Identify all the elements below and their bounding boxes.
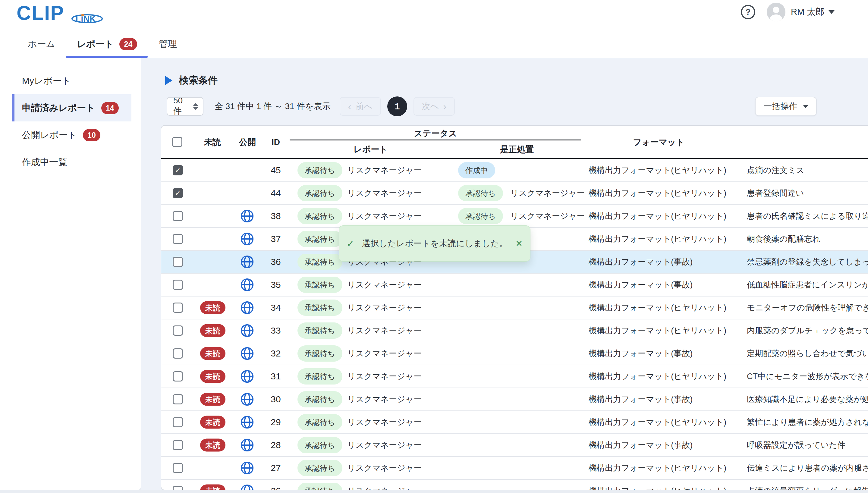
- nav-tab[interactable]: ホーム: [28, 30, 55, 58]
- corrective-status-owner: リスクマネージャー: [510, 188, 585, 198]
- row-checkbox[interactable]: [173, 188, 183, 198]
- prev-page-button[interactable]: ‹ 前へ: [340, 97, 381, 116]
- row-checkbox[interactable]: [173, 280, 183, 290]
- row-checkbox[interactable]: [173, 486, 183, 490]
- format-text: 機構出力フォーマット(ヒヤリハット): [589, 234, 726, 244]
- table-row[interactable]: 未読 28 承認待ち リスクマネージャー 機構出力フォーマット(事故) 呼吸器設…: [161, 434, 868, 457]
- col-status-corrective: 是正処置: [500, 144, 534, 155]
- table-row[interactable]: 未読 34 承認待ち リスクマネージャー 機構出力フォーマット(ヒヤリハット) …: [161, 297, 868, 319]
- help-icon[interactable]: ?: [741, 5, 755, 19]
- row-checkbox[interactable]: [173, 234, 183, 244]
- prev-label: 前へ: [356, 101, 373, 112]
- toast-close-icon[interactable]: ✕: [515, 239, 522, 249]
- report-id: 38: [265, 211, 286, 221]
- report-status-owner: リスクマネージャー: [347, 211, 421, 221]
- report-status-pill: 承認待ち: [298, 391, 342, 407]
- sidebar-item[interactable]: 作成中一覧: [12, 149, 131, 176]
- row-checkbox[interactable]: [173, 257, 183, 267]
- report-title[interactable]: 患者の氏名確認ミスによる取り違え: [747, 211, 868, 221]
- nav-tab-badge: 24: [120, 38, 137, 50]
- report-title[interactable]: CT中にモニター波形が表示できない: [747, 371, 868, 382]
- report-status-pill: 承認待ち: [298, 231, 342, 247]
- page-size-select[interactable]: 50 件: [167, 97, 203, 116]
- search-conditions-toggle[interactable]: 検索条件: [165, 74, 218, 87]
- report-title[interactable]: 医療知識不足により必要な薬が処方され: [747, 394, 868, 405]
- sidebar-item[interactable]: 申請済みレポート 14: [12, 94, 131, 122]
- table-row[interactable]: 35 承認待ち リスクマネージャー 機構出力フォーマット(事故) 低血糖性脳症患…: [161, 274, 868, 297]
- report-id: 27: [265, 463, 286, 473]
- row-checkbox[interactable]: [173, 303, 183, 313]
- user-menu[interactable]: RM 太郎: [791, 0, 834, 24]
- table-row[interactable]: 未読 29 承認待ち リスクマネージャー 機構出力フォーマット(ヒヤリハット) …: [161, 411, 868, 434]
- row-checkbox[interactable]: [173, 394, 183, 404]
- table-row[interactable]: 44 承認待ち リスクマネージャー 承認待ち リスクマネージャー 機構出力フォー…: [161, 182, 868, 205]
- row-checkbox[interactable]: [173, 348, 183, 359]
- report-status-pill: 承認待ち: [298, 322, 342, 339]
- report-title[interactable]: モニターオフの危険性を理解できず: [747, 302, 868, 313]
- table-row[interactable]: 未読 26 承認待ち リスクマネージャー 機構出力フォーマット(ヒヤリハット) …: [161, 480, 868, 490]
- row-checkbox[interactable]: [173, 165, 183, 175]
- report-title[interactable]: 点滴の注文ミス: [747, 165, 804, 176]
- row-checkbox[interactable]: [173, 417, 183, 427]
- main-content: 検索条件 50 件 全 31 件中 1 件 ～ 31 件を表示 ‹ 前へ 1 次…: [142, 58, 868, 490]
- report-title[interactable]: 低血糖性脳症患者にインスリンが投与され: [747, 279, 868, 290]
- public-globe-icon: [240, 484, 254, 490]
- unread-badge: 未読: [200, 393, 225, 406]
- report-title[interactable]: 点滴の流量変更をリーダーに報告しなかった: [747, 486, 868, 490]
- select-all-checkbox[interactable]: [172, 137, 182, 147]
- nav-tab[interactable]: レポート 24: [77, 30, 137, 58]
- table-row[interactable]: 45 承認待ち リスクマネージャー 作成中 機構出力フォーマット(ヒヤリハット)…: [161, 159, 868, 182]
- chevron-right-icon: ›: [443, 102, 447, 111]
- report-status-pill: 承認待ち: [298, 414, 342, 430]
- unread-badge: 未読: [200, 347, 225, 360]
- col-id: ID: [272, 137, 280, 147]
- status-group-divider: [290, 140, 581, 141]
- table-row[interactable]: 38 承認待ち リスクマネージャー 承認待ち リスクマネージャー 機構出力フォー…: [161, 205, 868, 228]
- report-id: 45: [265, 165, 286, 175]
- report-title[interactable]: 患者登録間違い: [747, 188, 804, 198]
- current-page-indicator[interactable]: 1: [387, 97, 407, 116]
- sidebar-item[interactable]: 公開レポート 10: [12, 122, 131, 149]
- row-checkbox[interactable]: [173, 211, 183, 221]
- col-public: 公開: [239, 136, 256, 148]
- report-status-owner: リスクマネージャー: [347, 440, 421, 451]
- report-title[interactable]: 禁忌薬剤の登録を失念してしまった: [747, 256, 868, 267]
- next-page-button[interactable]: 次へ ›: [413, 97, 455, 116]
- report-id: 33: [265, 325, 286, 336]
- report-title[interactable]: 繁忙により患者に薬が処方されなかった: [747, 417, 868, 428]
- report-status-pill: 承認待ち: [298, 162, 342, 178]
- table-row[interactable]: 未読 33 承認待ち リスクマネージャー 機構出力フォーマット(ヒヤリハット) …: [161, 319, 868, 342]
- table-row[interactable]: 未読 31 承認待ち リスクマネージャー 機構出力フォーマット(ヒヤリハット) …: [161, 365, 868, 388]
- check-icon: ✓: [347, 238, 354, 249]
- public-globe-icon: [240, 255, 254, 269]
- report-status-owner: リスクマネージャー: [347, 417, 421, 428]
- report-title[interactable]: 伝達ミスにより患者の薬が内服されなかった: [747, 463, 868, 473]
- public-globe-icon: [240, 278, 254, 292]
- nav-tab[interactable]: 管理: [159, 30, 177, 58]
- row-checkbox[interactable]: [173, 440, 183, 450]
- next-label: 次へ: [422, 101, 439, 112]
- public-globe-icon: [240, 438, 254, 452]
- unread-badge: 未読: [200, 485, 225, 490]
- format-text: 機構出力フォーマット(ヒヤリハット): [589, 302, 726, 313]
- table-row[interactable]: 未読 32 承認待ち リスクマネージャー 機構出力フォーマット(事故) 定期配薬…: [161, 342, 868, 365]
- row-checkbox[interactable]: [173, 371, 183, 382]
- row-checkbox[interactable]: [173, 463, 183, 473]
- report-title[interactable]: 呼吸器設定が誤っていた件: [747, 440, 845, 451]
- avatar[interactable]: [767, 3, 785, 21]
- format-text: 機構出力フォーマット(ヒヤリハット): [589, 165, 726, 176]
- bulk-action-button[interactable]: 一括操作: [755, 97, 817, 116]
- report-status-owner: リスクマネージャー: [347, 279, 421, 290]
- chevron-left-icon: ‹: [348, 102, 351, 111]
- report-title[interactable]: 定期配薬の照らし合わせで気づいた: [747, 348, 868, 359]
- person-icon: [767, 3, 785, 21]
- sidebar-item[interactable]: Myレポート: [12, 67, 131, 94]
- table-row[interactable]: 未読 30 承認待ち リスクマネージャー 機構出力フォーマット(事故) 医療知識…: [161, 388, 868, 411]
- sidebar-item-label: 申請済みレポート: [22, 102, 95, 114]
- table-row[interactable]: 27 承認待ち リスクマネージャー 機構出力フォーマット(ヒヤリハット) 伝達ミ…: [161, 457, 868, 480]
- sidebar-list: Myレポート 申請済みレポート 14 公開レポート 10 作成中一覧: [0, 58, 141, 176]
- row-checkbox[interactable]: [173, 325, 183, 336]
- report-title[interactable]: 朝食後薬の配膳忘れ: [747, 234, 820, 244]
- report-title[interactable]: 内服薬のダブルチェックを怠っていた: [747, 325, 868, 336]
- format-text: 機構出力フォーマット(ヒヤリハット): [589, 417, 726, 428]
